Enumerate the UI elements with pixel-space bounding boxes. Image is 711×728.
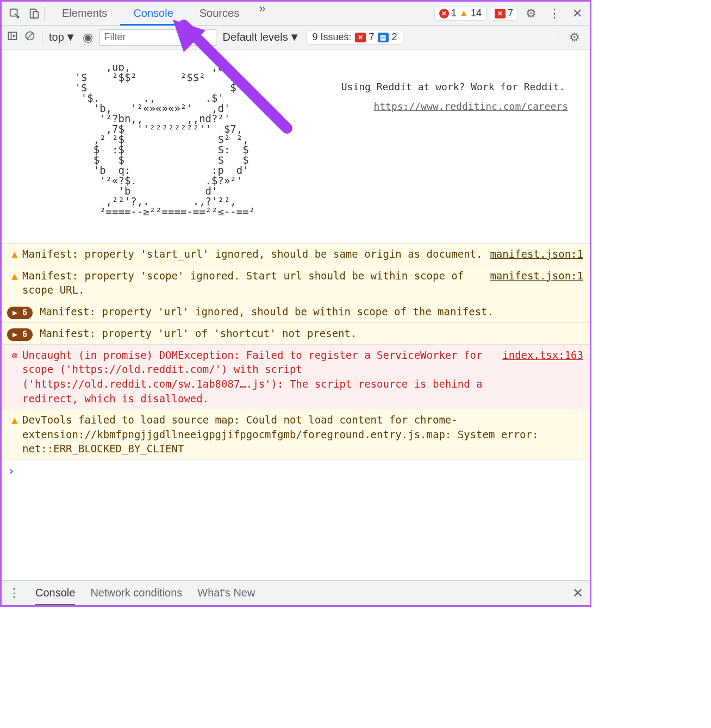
chevron-down-icon: ▼ xyxy=(289,31,300,43)
divider xyxy=(44,7,45,21)
inspect-icon[interactable] xyxy=(5,4,24,23)
console-toolbar: top ▼ ◉ Default levels ▼ 9 Issues: ✕ 7 ▤… xyxy=(2,26,590,49)
prompt-caret-icon: › xyxy=(8,464,15,477)
issues-error-icon: ✕ xyxy=(355,33,366,42)
divider xyxy=(42,30,42,45)
log-message: Manifest: property 'url' ignored, should… xyxy=(40,304,583,319)
tab-console[interactable]: Console xyxy=(120,2,186,25)
main-tabs: Elements Console Sources » xyxy=(49,2,272,25)
log-source-link[interactable]: manifest.json:1 xyxy=(490,269,583,283)
drawer-tab-network-conditions[interactable]: Network conditions xyxy=(90,587,182,599)
ascii-link[interactable]: https://www.redditinc.com/careers xyxy=(373,101,568,112)
log-levels-selector[interactable]: Default levels ▼ xyxy=(223,31,300,43)
topbar-right: ✕ 1 ▲ 14 ✕ 7 ⚙ ⋮ ✕ xyxy=(434,6,587,21)
ascii-art: ,uɒ, ,uɒ, '$ ²$$² ²$$² $' '$ $ '$. ., .$… xyxy=(13,61,255,217)
warning-icon: ▲ xyxy=(7,269,22,283)
ascii-text: Using Reddit at work? Work for Reddit. xyxy=(338,82,568,92)
context-selector[interactable]: top ▼ xyxy=(49,31,76,43)
clear-console-icon[interactable] xyxy=(24,30,35,44)
warning-badge-icon: ▲ xyxy=(459,8,469,19)
tab-elements[interactable]: Elements xyxy=(49,2,120,25)
drawer-tab-console[interactable]: Console xyxy=(35,587,75,599)
issues-label: 9 Issues: xyxy=(312,32,351,43)
error-badge-icon: ✕ xyxy=(439,9,449,18)
warning-count: 14 xyxy=(471,8,482,19)
drawer-tab-whats-new[interactable]: What's New xyxy=(197,587,255,599)
error-icon: ⊗ xyxy=(7,348,22,363)
devtools-topbar: Elements Console Sources » ✕ 1 ▲ 14 ✕ 7 … xyxy=(2,2,590,26)
console-prompt[interactable]: › xyxy=(2,459,590,482)
error-count: 1 xyxy=(451,8,457,19)
log-source-link[interactable]: index.tsx:163 xyxy=(502,348,583,363)
context-label: top xyxy=(49,31,64,43)
filter-input[interactable] xyxy=(99,29,216,46)
warning-icon: ▲ xyxy=(7,413,22,427)
drawer-menu-icon[interactable]: ⋮ xyxy=(8,586,20,600)
svg-line-6 xyxy=(27,33,33,39)
log-row[interactable]: ▶ 6Manifest: property 'url' of 'shortcut… xyxy=(2,322,590,344)
chevron-down-icon: ▼ xyxy=(65,31,76,43)
menu-icon[interactable]: ⋮ xyxy=(544,7,565,21)
console-settings-icon[interactable]: ⚙ xyxy=(565,30,584,45)
message-count: 7 xyxy=(508,8,513,19)
log-message: Manifest: property 'scope' ignored. Star… xyxy=(22,269,490,297)
log-source-link[interactable]: manifest.json:1 xyxy=(490,247,583,262)
message-badge-icon: ✕ xyxy=(495,9,506,18)
svg-rect-2 xyxy=(33,11,38,18)
log-message: Manifest: property 'url' of 'shortcut' n… xyxy=(40,326,583,341)
errors-warnings-pill[interactable]: ✕ 1 ▲ 14 xyxy=(434,6,487,21)
ascii-art-log: ,uɒ, ,uɒ, '$ ²$$² ²$$² $' '$ $ '$. ., .$… xyxy=(2,49,590,243)
device-toggle-icon[interactable] xyxy=(24,4,44,23)
tab-sources[interactable]: Sources xyxy=(186,2,252,25)
log-message: Uncaught (in promise) DOMException: Fail… xyxy=(22,348,502,406)
issues-error-count: 7 xyxy=(369,32,375,43)
close-devtools-icon[interactable]: ✕ xyxy=(568,7,587,21)
log-row[interactable]: ▲Manifest: property 'start_url' ignored,… xyxy=(2,243,590,265)
issues-info-icon: ▤ xyxy=(378,33,389,42)
issues-pill[interactable]: 9 Issues: ✕ 7 ▤ 2 xyxy=(306,30,403,45)
settings-icon[interactable]: ⚙ xyxy=(521,7,541,21)
expand-badge[interactable]: ▶ 6 xyxy=(7,304,40,319)
log-row[interactable]: ▶ 6Manifest: property 'url' ignored, sho… xyxy=(2,301,590,322)
issues-info-count: 2 xyxy=(392,32,397,43)
close-drawer-icon[interactable]: ✕ xyxy=(572,586,583,601)
console-output[interactable]: ,uɒ, ,uɒ, '$ ²$$² ²$$² $' '$ $ '$. ., .$… xyxy=(2,49,590,580)
log-row[interactable]: ▲Manifest: property 'scope' ignored. Sta… xyxy=(2,265,590,301)
log-message: Manifest: property 'start_url' ignored, … xyxy=(22,247,490,262)
divider xyxy=(558,30,558,45)
log-row[interactable]: ⊗Uncaught (in promise) DOMException: Fai… xyxy=(2,344,590,409)
warning-icon: ▲ xyxy=(7,247,22,262)
drawer-tabs: ⋮ Console Network conditions What's New … xyxy=(2,580,590,605)
log-message: DevTools failed to load source map: Coul… xyxy=(22,413,583,456)
ascii-message: Using Reddit at work? Work for Reddit. h… xyxy=(338,63,568,121)
levels-label: Default levels xyxy=(223,31,288,43)
more-tabs-icon[interactable]: » xyxy=(252,2,272,25)
expand-badge[interactable]: ▶ 6 xyxy=(7,326,40,341)
sidebar-toggle-icon[interactable] xyxy=(7,30,18,44)
messages-pill[interactable]: ✕ 7 xyxy=(490,6,518,21)
live-expression-icon[interactable]: ◉ xyxy=(83,30,93,45)
log-row[interactable]: ▲DevTools failed to load source map: Cou… xyxy=(2,409,590,459)
